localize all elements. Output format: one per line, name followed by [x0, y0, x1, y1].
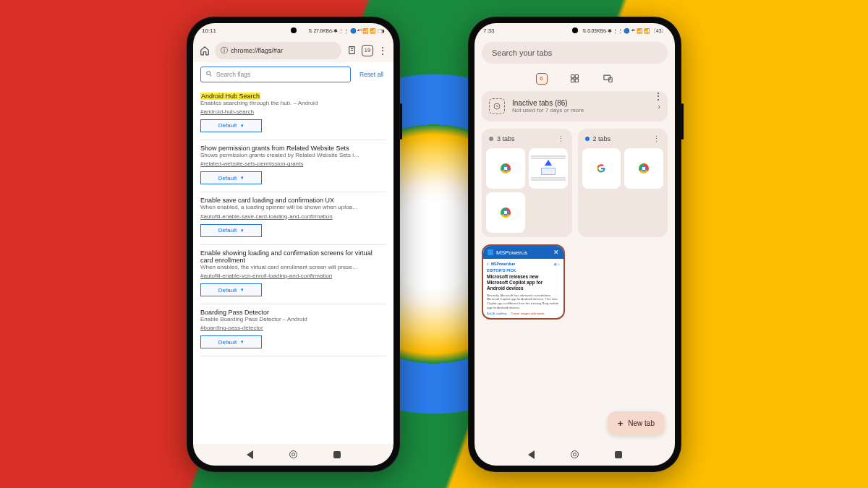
tab-group-2[interactable]: 2 tabs ⋮ [578, 129, 668, 238]
phone-right: 7:33 ⇅ 0.03KB/s ✱ ⋮⋮ 🔵 ⁴ᴳ 📶 📶 〔43〕 Searc… [468, 17, 681, 472]
flag-item: Enable showing loading and confirmation … [200, 245, 386, 304]
site-name: MSPowerUser [491, 262, 516, 266]
reset-all-button[interactable]: Reset all [357, 67, 386, 82]
flag-title: Enable save card loading and confirmatio… [200, 197, 334, 204]
flag-description: Enables searching through the hub. – And… [200, 100, 386, 107]
flag-dropdown[interactable]: Default [200, 224, 262, 237]
search-icon [205, 70, 213, 79]
flag-anchor[interactable]: #boarding-pass-detector [200, 325, 386, 331]
tab-standard[interactable]: 6 [535, 72, 548, 85]
flag-description: Shows permission grants created by Relat… [200, 152, 386, 159]
inactive-tabs-card[interactable]: Inactive tabs (86) Not used for 7 days o… [482, 91, 668, 121]
status-icons: ⇅ 0.03KB/s ✱ ⋮⋮ 🔵 ⁴ᴳ 📶 📶 〔43〕 [582, 27, 666, 35]
article-link-2: Create images with words [511, 312, 545, 315]
phone-left: 10:11 ⇅ 27.6KB/s ✱ ⋮⋮ 🔵 ⁴ᴳ 📶 📶 ⬚◗ ⓘ chro… [187, 17, 400, 472]
tab-mode-switcher: 6 [475, 69, 675, 91]
inactive-icon [489, 98, 505, 114]
tabs-menu-icon[interactable]: ⋮ [653, 91, 663, 101]
group-color-dot [489, 137, 493, 141]
tab-thumbnail[interactable] [529, 148, 568, 189]
flag-title: Boarding Pass Detector [200, 309, 269, 316]
article-excerpt: Recently, Microsoft has released a stand… [487, 294, 560, 309]
svg-rect-8 [575, 79, 578, 82]
flag-description: When enabled, a loading spinner will be … [200, 204, 386, 211]
inactive-subtitle: Not used for 7 days or more [512, 107, 650, 114]
svg-point-3 [207, 71, 210, 74]
tab-thumbnail-empty [624, 192, 663, 233]
article-headline: Microsoft releases new Microsoft Copilot… [487, 274, 560, 291]
flag-item: Show permission grants from Related Webs… [200, 140, 386, 192]
flags-page: Search flags Reset all Android Hub Searc… [193, 62, 393, 444]
chevron-right-icon: › [658, 102, 660, 111]
active-tab-card[interactable]: MSPowerus ✕ ≡ MSPowerUser ◐ ⌕ EDITOR'S P… [482, 244, 565, 320]
flag-item: Android Hub SearchEnables searching thro… [200, 88, 386, 140]
tab-thumbnail[interactable] [486, 148, 525, 189]
browser-toolbar: ⓘ chrome://flags/#ar 19 ⋮ [193, 39, 393, 62]
flag-dropdown[interactable]: Default [200, 283, 262, 296]
flag-description: When enabled, the virtual card enrollmen… [200, 264, 386, 271]
chrome-icon [501, 163, 511, 174]
close-tab-icon[interactable]: ✕ [553, 249, 559, 256]
flag-dropdown[interactable]: Default [200, 171, 262, 184]
group-menu-icon[interactable]: ⋮ [557, 134, 565, 144]
flag-item: Enable save card loading and confirmatio… [200, 192, 386, 244]
tab-thumbnail[interactable] [582, 148, 621, 189]
tab-count-label: 19 [365, 47, 371, 53]
flag-anchor[interactable]: #related-website-sets-permission-grants [200, 160, 386, 167]
status-icons: ⇅ 27.6KB/s ✱ ⋮⋮ 🔵 ⁴ᴳ 📶 📶 ⬚◗ [308, 28, 385, 34]
google-icon [597, 164, 605, 173]
flag-description: Enable Boarding Pass Detector – Android [200, 316, 386, 323]
inactive-title: Inactive tabs (86) [512, 99, 650, 107]
back-button[interactable] [527, 450, 536, 459]
recents-button[interactable] [614, 450, 623, 459]
svg-line-4 [210, 74, 211, 76]
tab-thumbnail[interactable] [624, 148, 663, 189]
flag-title: Android Hub Search [200, 93, 260, 100]
flag-anchor[interactable]: #autofill-enable-save-card-loading-and-c… [200, 213, 386, 220]
group-color-dot [585, 137, 590, 141]
url-bar[interactable]: ⓘ chrome://flags/#ar [215, 42, 341, 59]
editors-pick-label: EDITOR'S PICK [487, 268, 560, 273]
active-tab-title: MSPowerus [496, 249, 527, 256]
status-time: 10:11 [202, 27, 216, 34]
flag-dropdown[interactable]: Default [200, 119, 262, 132]
article-link-1: Ask AI anything [487, 312, 507, 315]
tab-thumbnail[interactable] [486, 192, 525, 233]
group-menu-icon[interactable]: ⋮ [652, 134, 660, 144]
flag-item: Boarding Pass DetectorEnable Boarding Pa… [200, 304, 386, 356]
chrome-icon [501, 207, 511, 218]
chrome-icon [639, 163, 649, 174]
tab-thumbnail-empty [529, 192, 568, 233]
tab-incognito[interactable] [569, 72, 582, 85]
search-tabs-placeholder: Search your tabs [492, 48, 552, 57]
group-label: 3 tabs [497, 135, 515, 142]
group-label: 2 tabs [593, 135, 611, 142]
android-navbar [475, 444, 675, 466]
reader-icon[interactable] [346, 45, 357, 56]
back-button[interactable] [246, 450, 255, 459]
svg-rect-7 [571, 79, 574, 82]
flag-dropdown[interactable]: Default [200, 335, 262, 348]
new-tab-button[interactable]: + New tab [608, 411, 665, 435]
search-flags-input[interactable]: Search flags [200, 67, 351, 82]
status-time: 7:33 [483, 27, 495, 34]
tab-synced[interactable] [602, 72, 615, 85]
home-button[interactable] [571, 450, 579, 459]
home-button[interactable] [289, 450, 298, 459]
favicon [488, 249, 493, 255]
flag-anchor[interactable]: #autofill-enable-vcn-enroll-loading-and-… [200, 273, 386, 279]
recents-button[interactable] [333, 450, 341, 459]
home-icon[interactable] [199, 45, 210, 56]
search-tabs-input[interactable]: Search your tabs [482, 42, 668, 64]
new-tab-label: New tab [628, 419, 655, 427]
svg-rect-5 [571, 75, 574, 78]
url-text: chrome://flags/#ar [231, 47, 283, 54]
search-placeholder: Search flags [216, 71, 250, 78]
menu-icon[interactable]: ⋮ [378, 46, 388, 56]
flag-title: Show permission grants from Related Webs… [200, 145, 349, 152]
tab-group-1[interactable]: 3 tabs ⋮ [482, 129, 572, 238]
android-navbar [193, 444, 393, 466]
tab-thumbnail-empty [582, 192, 621, 233]
tab-switcher-button[interactable]: 19 [362, 45, 373, 56]
flag-anchor[interactable]: #android-hub-search [200, 108, 386, 115]
